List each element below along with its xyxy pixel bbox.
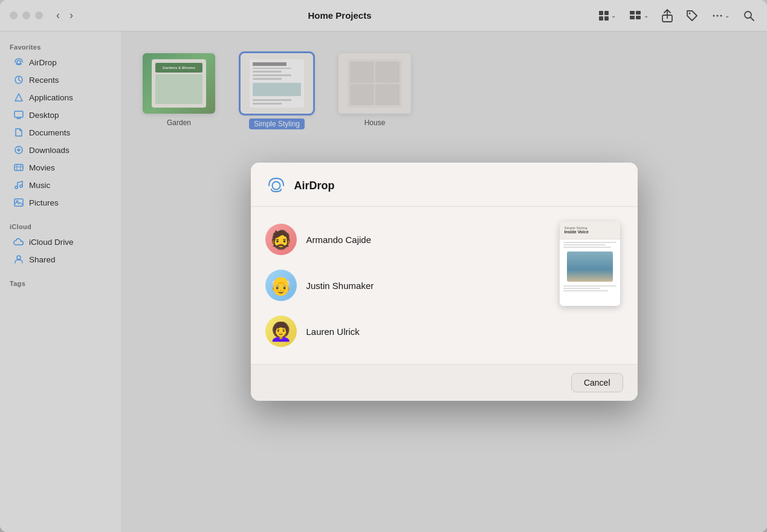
icloud-drive-icon [13,236,24,247]
movies-label: Movies [29,163,55,172]
toolbar-right: ⌄ ⌄ [595,7,757,25]
lauren-name: Lauren Ulrick [306,326,360,337]
finder-window: ‹ › Home Projects ⌄ [0,0,767,532]
svg-rect-17 [15,111,23,117]
share-icon [662,9,673,22]
sidebar-item-airdrop[interactable]: AirDrop [4,54,117,71]
sidebar-item-music[interactable]: Music [4,177,117,193]
minimize-button[interactable] [22,11,30,19]
sidebar-item-pictures[interactable]: Pictures [4,194,117,211]
maximize-button[interactable] [35,11,43,19]
shared-label: Shared [29,255,56,264]
documents-label: Documents [29,128,70,137]
svg-point-12 [720,15,722,16]
svg-rect-4 [630,11,635,15]
svg-point-29 [17,256,21,259]
preview-line-5 [563,288,601,289]
tag-icon [686,10,698,22]
pictures-icon [13,197,24,208]
preview-line-3 [563,247,611,248]
justin-emoji: 👴 [270,275,292,296]
group-button[interactable]: ⌄ [627,8,651,24]
sidebar-item-applications[interactable]: Applications [4,89,117,106]
close-button[interactable] [10,11,18,19]
music-label: Music [29,181,50,190]
window-title: Home Projects [84,10,595,21]
search-button[interactable] [740,7,757,24]
preview-body [560,239,620,306]
preview-couch-image [567,251,613,282]
sidebar-item-icloud-drive[interactable]: iCloud Drive [4,233,117,250]
preview-image [567,251,613,282]
file-area: Gardens & Blooms Garden [121,31,767,532]
main-area: Favorites AirDrop [0,31,767,532]
grid-icon [598,10,610,22]
nav-buttons: ‹ › [53,7,77,24]
applications-icon [13,92,24,103]
sidebar-item-movies[interactable]: Movies [4,159,117,176]
desktop-label: Desktop [29,111,59,120]
more-button[interactable]: ⌄ [709,7,732,24]
traffic-lights [10,11,43,19]
svg-point-9 [689,12,691,14]
recipient-justin[interactable]: 👴 Justin Shumaker [265,262,545,308]
lauren-emoji: 👩‍🦱 [270,321,292,342]
airdrop-label: AirDrop [29,58,57,67]
downloads-icon [13,144,24,155]
shared-icon [13,254,24,265]
forward-button[interactable]: › [66,7,77,24]
avatar-lauren: 👩‍🦱 [265,316,297,347]
back-button[interactable]: ‹ [53,7,63,24]
title-bar: ‹ › Home Projects ⌄ [0,0,767,31]
icloud-drive-label: iCloud Drive [29,238,74,247]
svg-point-30 [272,182,280,190]
recents-icon [13,74,24,85]
movies-icon [13,162,24,173]
svg-rect-2 [599,16,603,21]
applications-label: Applications [29,93,73,102]
preview-line-6 [563,290,609,291]
svg-rect-0 [599,11,603,15]
recents-label: Recents [29,76,59,85]
view-toggle-button[interactable]: ⌄ [595,7,618,24]
dialog-title: AirDrop [294,180,335,192]
dialog-header: AirDrop [251,163,638,206]
icloud-section-title: iCloud [0,218,121,233]
justin-name: Justin Shumaker [306,281,374,291]
airdrop-dialog: AirDrop 🧔 Armando Cajide [251,163,638,401]
pictures-label: Pictures [29,198,59,207]
airdrop-icon [13,57,24,68]
dialog-body: 🧔 Armando Cajide 👴 Justin Shumaker [251,207,638,364]
music-icon [13,180,24,190]
svg-rect-21 [15,164,23,170]
tag-button[interactable] [684,7,701,24]
svg-point-13 [745,11,751,18]
svg-rect-6 [630,16,635,19]
svg-point-11 [717,15,719,16]
cancel-button[interactable]: Cancel [571,373,623,392]
sidebar-item-shared[interactable]: Shared [4,251,117,268]
svg-rect-27 [15,199,23,206]
svg-line-14 [751,18,754,21]
share-button[interactable] [659,7,675,25]
sidebar-item-desktop[interactable]: Desktop [4,106,117,123]
sidebar-item-recents[interactable]: Recents [4,71,117,88]
avatar-armando: 🧔 [265,224,297,255]
ellipsis-icon [711,10,723,22]
svg-rect-1 [604,11,609,15]
dialog-footer: Cancel [251,364,638,401]
svg-point-26 [20,185,22,187]
armando-emoji: 🧔 [270,229,292,250]
tags-section-title: Tags [0,275,121,290]
group-icon [629,10,642,21]
favorites-section-title: Favorites [0,39,121,53]
armando-name: Armando Cajide [306,235,372,245]
recipient-armando[interactable]: 🧔 Armando Cajide [265,216,545,262]
preview-card-header: Simple Styling Inside Voice [560,221,620,239]
svg-point-10 [713,15,715,16]
svg-point-25 [15,186,18,189]
sidebar-item-downloads[interactable]: Downloads [4,141,117,158]
svg-rect-3 [604,16,609,21]
sidebar-item-documents[interactable]: Documents [4,124,117,141]
recipient-lauren[interactable]: 👩‍🦱 Lauren Ulrick [265,308,545,354]
